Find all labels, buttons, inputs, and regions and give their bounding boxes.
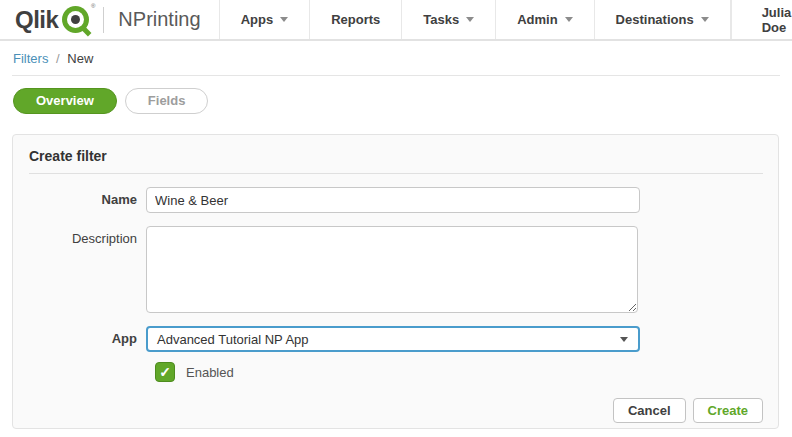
menu-item-tasks[interactable]: Tasks (401, 0, 495, 39)
menu-item-apps[interactable]: Apps (219, 0, 310, 39)
name-input[interactable] (146, 187, 640, 213)
panel-title-divider (29, 173, 763, 174)
cancel-button[interactable]: Cancel (613, 398, 686, 423)
description-label: Description (13, 226, 146, 246)
app-select-value: Advanced Tutorial NP App (157, 332, 309, 347)
chevron-down-icon (701, 17, 709, 22)
top-navigation-bar: Qlik ® NPrinting Apps Reports Tasks Admi… (0, 0, 792, 41)
user-name-label: Julia Doe (762, 5, 792, 35)
tab-overview[interactable]: Overview (13, 88, 117, 114)
create-filter-panel: Create filter Name Description App Advan… (12, 134, 779, 429)
enabled-label: Enabled (186, 365, 234, 380)
menu-item-apps-label: Apps (241, 12, 274, 27)
panel-action-buttons: Cancel Create (613, 398, 763, 423)
breadcrumb-current: New (67, 51, 93, 66)
menu-item-reports[interactable]: Reports (309, 0, 401, 39)
menu-item-reports-label: Reports (331, 12, 380, 27)
select-dropdown-icon (620, 337, 628, 342)
enabled-field-row: ✓ Enabled (155, 362, 778, 382)
menu-item-admin[interactable]: Admin (495, 0, 593, 39)
chevron-down-icon (466, 17, 474, 22)
panel-title: Create filter (13, 135, 778, 173)
qlik-nprinting-brand: Qlik ® NPrinting (0, 0, 219, 39)
enabled-checkbox[interactable]: ✓ (155, 362, 175, 382)
name-field-row: Name (13, 187, 778, 213)
tab-fields[interactable]: Fields (125, 88, 209, 114)
view-tabs: Overview Fields (0, 76, 792, 124)
user-menu[interactable]: Julia Doe (731, 0, 792, 39)
menu-item-destinations-label: Destinations (616, 12, 694, 27)
brand-divider (103, 7, 104, 33)
chevron-down-icon (565, 17, 573, 22)
app-field-row: App Advanced Tutorial NP App (13, 326, 778, 352)
chevron-down-icon (280, 17, 288, 22)
menu-item-tasks-label: Tasks (423, 12, 459, 27)
description-field-row: Description (13, 226, 778, 313)
menu-item-destinations[interactable]: Destinations (594, 0, 731, 39)
breadcrumb-separator: / (56, 51, 60, 66)
qlik-logo-text: Qlik (15, 6, 58, 34)
breadcrumb: Filters / New (0, 41, 792, 75)
create-button[interactable]: Create (693, 398, 763, 423)
product-name: NPrinting (118, 8, 200, 31)
breadcrumb-filters-link[interactable]: Filters (13, 51, 48, 66)
main-menu: Apps Reports Tasks Admin Destinations (219, 0, 731, 39)
menu-item-admin-label: Admin (517, 12, 557, 27)
name-label: Name (13, 187, 146, 207)
qlik-q-logo-icon: ® (62, 6, 89, 33)
description-textarea[interactable] (146, 226, 638, 313)
app-label: App (13, 326, 146, 346)
registered-trademark: ® (91, 3, 95, 9)
q-logo-tail (82, 27, 92, 37)
app-select[interactable]: Advanced Tutorial NP App (146, 326, 640, 352)
